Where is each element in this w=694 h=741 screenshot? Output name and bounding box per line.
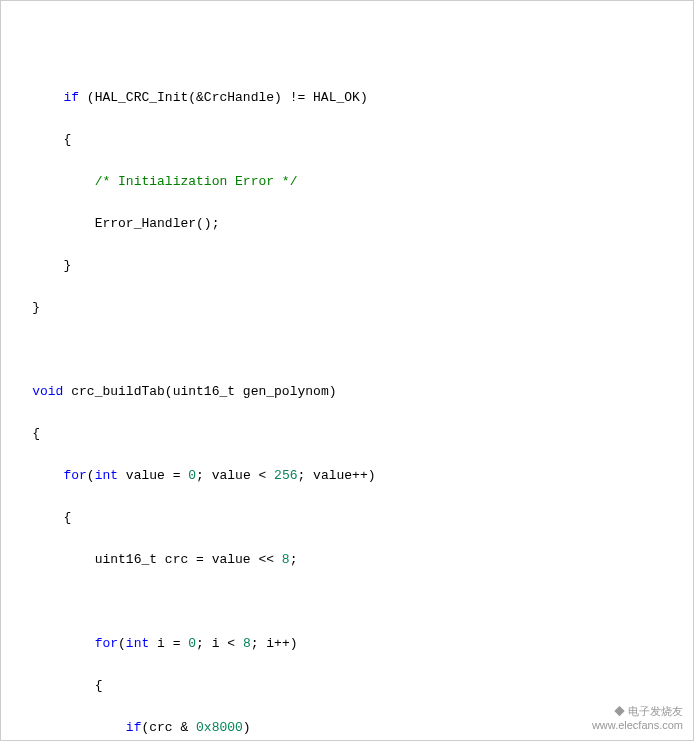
code-line: if(crc & 0x8000) (1, 717, 693, 738)
code-line: { (1, 129, 693, 150)
watermark: ◆ 电子发烧友 www.elecfans.com (592, 704, 683, 732)
keyword-for: for (95, 636, 118, 651)
code-line: void crc_buildTab(uint16_t gen_polynom) (1, 381, 693, 402)
code-line: uint16_t crc = value << 8; (1, 549, 693, 570)
code-line: { (1, 507, 693, 528)
keyword-if: if (63, 90, 79, 105)
keyword-int: int (126, 636, 149, 651)
number-literal: 0 (188, 468, 196, 483)
keyword-for: for (63, 468, 86, 483)
number-literal: 8 (282, 552, 290, 567)
code-line: for(int i = 0; i < 8; i++) (1, 633, 693, 654)
code-line (1, 591, 693, 612)
code-line: { (1, 423, 693, 444)
keyword-void: void (32, 384, 63, 399)
hex-literal: 0x8000 (196, 720, 243, 735)
keyword-int: int (95, 468, 118, 483)
code-line: for(int value = 0; value < 256; value++) (1, 465, 693, 486)
code-line: } (1, 297, 693, 318)
watermark-logo-icon: ◆ (614, 705, 625, 717)
code-line (1, 339, 693, 360)
watermark-text2: www.elecfans.com (592, 719, 683, 731)
watermark-text1: 电子发烧友 (628, 705, 683, 717)
number-literal: 8 (243, 636, 251, 651)
code-line: { (1, 675, 693, 696)
code-line: /* Initialization Error */ (1, 171, 693, 192)
keyword-if: if (126, 720, 142, 735)
code-line: } (1, 255, 693, 276)
number-literal: 256 (274, 468, 297, 483)
number-literal: 0 (188, 636, 196, 651)
comment: /* Initialization Error */ (95, 174, 298, 189)
code-line: if (HAL_CRC_Init(&CrcHandle) != HAL_OK) (1, 87, 693, 108)
code-line: Error_Handler(); (1, 213, 693, 234)
